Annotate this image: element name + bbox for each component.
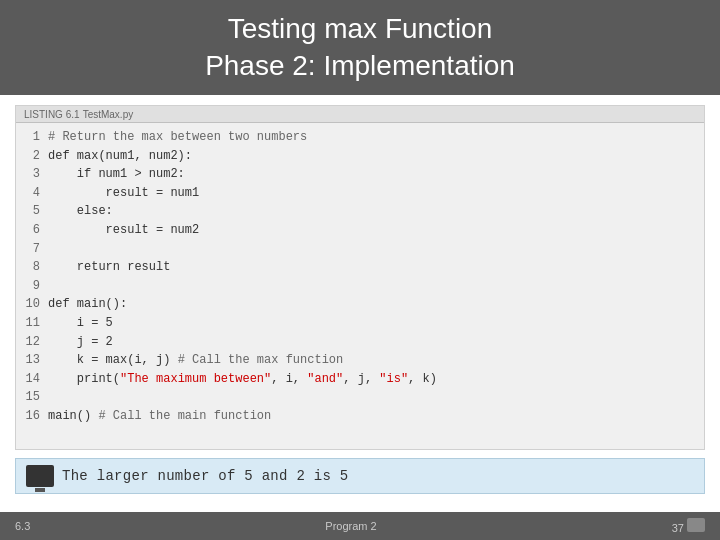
ln-2: 2: [21, 147, 40, 166]
title-line1: Testing max Function: [228, 13, 493, 44]
monitor-icon: [26, 465, 54, 487]
code-line-5: else:: [48, 202, 704, 221]
code-line-10: def main():: [48, 295, 704, 314]
footer-left: 6.3: [15, 520, 30, 532]
ln-10: 10: [21, 295, 40, 314]
footer-right: 37: [672, 518, 705, 534]
output-area: The larger number of 5 and 2 is 5: [15, 458, 705, 494]
code-line-2: def max(num1, num2):: [48, 147, 704, 166]
output-text: The larger number of 5 and 2 is 5: [62, 468, 349, 484]
main-content: LISTING 6.1 TestMax.py 1 2 3 4 5 6 7 8 9…: [0, 95, 720, 512]
bottom-bar: 6.3 Program 2 37: [0, 512, 720, 540]
slide-icon: [687, 518, 705, 532]
code-area: 1 2 3 4 5 6 7 8 9 10 11 12 13 14 15 16: [16, 123, 704, 449]
slide-title: Testing max Function Phase 2: Implementa…: [205, 11, 515, 84]
ln-3: 3: [21, 165, 40, 184]
code-line-1: # Return the max between two numbers: [48, 128, 704, 147]
ln-7: 7: [21, 240, 40, 259]
code-line-3: if num1 > num2:: [48, 165, 704, 184]
title-line2: Phase 2: Implementation: [205, 50, 515, 81]
ln-14: 14: [21, 370, 40, 389]
code-line-12: j = 2: [48, 333, 704, 352]
slide-container: Testing max Function Phase 2: Implementa…: [0, 0, 720, 540]
code-line-13: k = max(i, j) # Call the max function: [48, 351, 704, 370]
ln-8: 8: [21, 258, 40, 277]
ln-1: 1: [21, 128, 40, 147]
ln-4: 4: [21, 184, 40, 203]
ln-16: 16: [21, 407, 40, 426]
code-line-11: i = 5: [48, 314, 704, 333]
listing-container: LISTING 6.1 TestMax.py 1 2 3 4 5 6 7 8 9…: [15, 105, 705, 450]
listing-header: LISTING 6.1 TestMax.py: [16, 106, 704, 123]
code-line-4: result = num1: [48, 184, 704, 203]
ln-11: 11: [21, 314, 40, 333]
listing-filename: TestMax.py: [83, 109, 134, 120]
code-line-8: return result: [48, 258, 704, 277]
footer-center: Program 2: [325, 520, 376, 532]
code-lines: # Return the max between two numbers def…: [48, 128, 704, 444]
ln-6: 6: [21, 221, 40, 240]
code-line-6: result = num2: [48, 221, 704, 240]
code-line-16: main() # Call the main function: [48, 407, 704, 426]
code-line-7: [48, 240, 704, 259]
ln-13: 13: [21, 351, 40, 370]
ln-15: 15: [21, 388, 40, 407]
code-line-14: print("The maximum between", i, "and", j…: [48, 370, 704, 389]
ln-9: 9: [21, 277, 40, 296]
line-numbers: 1 2 3 4 5 6 7 8 9 10 11 12 13 14 15 16: [16, 128, 48, 444]
ln-12: 12: [21, 333, 40, 352]
code-line-9: [48, 277, 704, 296]
listing-label: LISTING 6.1: [24, 109, 80, 120]
slide-header: Testing max Function Phase 2: Implementa…: [0, 0, 720, 95]
ln-5: 5: [21, 202, 40, 221]
code-line-15: [48, 388, 704, 407]
